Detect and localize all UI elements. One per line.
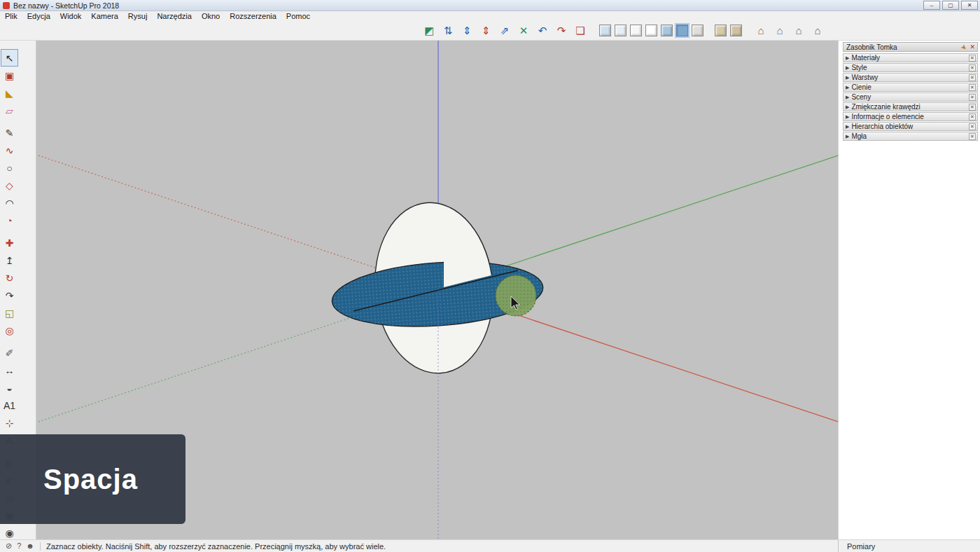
right-view-icon[interactable]: ⌂ bbox=[810, 23, 825, 39]
scale-tool[interactable]: ◱ bbox=[1, 304, 18, 322]
follow-me-tool[interactable]: ↷ bbox=[1, 287, 18, 304]
line-tool[interactable]: ✎ bbox=[1, 124, 18, 142]
rotate-tool[interactable]: ↻ bbox=[1, 269, 18, 287]
wireframe-style-icon[interactable] bbox=[630, 25, 642, 36]
top-view-icon[interactable]: ⌂ bbox=[772, 23, 788, 39]
section-close-button[interactable]: ✕ bbox=[969, 113, 976, 120]
arc-tool[interactable]: ◠ bbox=[1, 194, 18, 212]
dimension-tool[interactable]: ↔ bbox=[1, 361, 18, 379]
undo-icon[interactable]: ↶ bbox=[535, 23, 550, 39]
section-label: Style bbox=[851, 64, 969, 71]
tray-panel: Zasobnik Tomka ➤ ✕ ▶ Materiały ✕ ▶ Style… bbox=[838, 41, 980, 539]
maximize-button[interactable]: ▢ bbox=[942, 1, 959, 10]
paste-icon[interactable]: ❏ bbox=[573, 23, 588, 39]
distribute-vertical-icon[interactable]: ⇕ bbox=[459, 23, 475, 39]
tool-glyph: ◱ bbox=[5, 308, 14, 318]
tray-section-outliner[interactable]: ▶ Hierarchia obiektów ✕ bbox=[843, 122, 978, 131]
measurements-input[interactable] bbox=[875, 542, 952, 551]
chevron-right-icon: ▶ bbox=[846, 124, 849, 130]
tray-sections: ▶ Materiały ✕ ▶ Style ✕ ▶ Warstwy ✕ bbox=[843, 53, 978, 141]
section-close-button[interactable]: ✕ bbox=[969, 133, 976, 140]
make-component-tool[interactable]: ▣ bbox=[1, 67, 18, 84]
move-tool[interactable]: ✚ bbox=[1, 234, 18, 251]
section-label: Warstwy bbox=[851, 74, 969, 81]
hidden-line-style-icon[interactable] bbox=[645, 25, 657, 36]
menu-item[interactable]: Okno bbox=[197, 11, 225, 21]
chevron-right-icon: ▶ bbox=[846, 95, 849, 100]
tool-glyph: ↷ bbox=[6, 291, 14, 301]
redo-icon[interactable]: ↷ bbox=[554, 23, 569, 39]
section-close-button[interactable]: ✕ bbox=[969, 74, 976, 81]
tool-glyph: ↥ bbox=[6, 256, 14, 265]
paint-bucket-tool[interactable]: ◣ bbox=[1, 84, 18, 102]
iso-view-icon[interactable]: ⌂ bbox=[753, 23, 769, 39]
protractor-tool[interactable]: ◒ bbox=[1, 379, 18, 396]
window-title: Bez nazwy - SketchUp Pro 2018 bbox=[13, 1, 119, 10]
freehand-tool[interactable]: ∿ bbox=[1, 142, 18, 159]
shaded-textures-style-icon[interactable] bbox=[676, 25, 688, 36]
monochrome-style-icon[interactable] bbox=[692, 25, 704, 36]
chevron-right-icon: ▶ bbox=[846, 114, 849, 120]
chevron-right-icon: ▶ bbox=[846, 85, 849, 90]
minimize-button[interactable]: – bbox=[923, 1, 940, 10]
parallel-projection-icon[interactable] bbox=[730, 25, 742, 36]
back-edges-style-icon[interactable] bbox=[615, 25, 626, 36]
help-icon[interactable]: ? bbox=[17, 541, 21, 551]
menu-item[interactable]: Rozszerzenia bbox=[225, 11, 281, 21]
tray-section-scenes[interactable]: ▶ Sceny ✕ bbox=[843, 92, 978, 102]
tool-glyph: ◒ bbox=[6, 383, 12, 393]
menu-item[interactable]: Narzędzia bbox=[152, 11, 197, 21]
toolbar-glyph: ⇅ bbox=[444, 25, 453, 36]
tool-glyph: ◠ bbox=[5, 198, 13, 208]
pie-tool[interactable]: ◔ bbox=[1, 212, 18, 229]
tool-glyph: ○ bbox=[6, 163, 12, 173]
eraser-tool[interactable]: ▱ bbox=[1, 102, 18, 119]
section-close-button[interactable]: ✕ bbox=[969, 123, 976, 130]
item-11 bbox=[1, 229, 35, 234]
shaded-style-icon[interactable] bbox=[661, 25, 673, 36]
tape-measure-tool[interactable]: ✐ bbox=[1, 344, 18, 361]
axes-tool[interactable]: ⊹ bbox=[1, 414, 18, 432]
move-diagonal-icon[interactable]: ⇗ bbox=[497, 23, 512, 39]
stretch-vertical-icon[interactable]: ⇕ bbox=[478, 23, 493, 39]
flip-icon[interactable]: ◩ bbox=[421, 23, 437, 39]
chevron-right-icon: ▶ bbox=[846, 65, 849, 71]
tray-header[interactable]: Zasobnik Tomka ➤ ✕ bbox=[843, 42, 978, 52]
section-close-button[interactable]: ✕ bbox=[969, 64, 976, 71]
push-pull-tool[interactable]: ↥ bbox=[1, 251, 18, 269]
tray-close-icon[interactable]: ✕ bbox=[969, 43, 975, 50]
text-tool[interactable]: A1 bbox=[1, 396, 18, 414]
section-close-button[interactable]: ✕ bbox=[969, 55, 976, 62]
tray-section-entity-info[interactable]: ▶ Informacje o elemencie ✕ bbox=[843, 112, 978, 121]
select-tool[interactable]: ↖ bbox=[1, 49, 18, 67]
tray-section-soften-edges[interactable]: ▶ Zmiękczanie krawędzi ✕ bbox=[843, 102, 978, 111]
menu-item[interactable]: Edycja bbox=[22, 11, 55, 21]
menu-item[interactable]: Pomoc bbox=[281, 11, 315, 21]
xray-style-icon[interactable] bbox=[599, 25, 611, 36]
offset-tool[interactable]: ◎ bbox=[1, 322, 18, 339]
toolbar-group-projection bbox=[715, 25, 742, 36]
section-close-button[interactable]: ✕ bbox=[969, 94, 976, 101]
section-close-button[interactable]: ✕ bbox=[969, 104, 976, 111]
menu-item[interactable]: Plik bbox=[0, 11, 22, 21]
shortcut-overlay: Spacja bbox=[0, 434, 186, 524]
tray-section-materials[interactable]: ▶ Materiały ✕ bbox=[843, 53, 978, 62]
account-icon[interactable]: ☻ bbox=[26, 541, 34, 551]
geolocation-icon[interactable]: ⊘ bbox=[6, 541, 12, 551]
circle-tool[interactable]: ○ bbox=[1, 159, 18, 177]
tray-section-fog[interactable]: ▶ Mgła ✕ bbox=[843, 132, 978, 141]
menu-item[interactable]: Widok bbox=[55, 11, 87, 21]
polygon-tool[interactable]: ◇ bbox=[1, 177, 18, 194]
menu-item[interactable]: Rysuj bbox=[123, 11, 153, 21]
perspective-icon[interactable] bbox=[715, 25, 727, 36]
menu-item[interactable]: Kamera bbox=[86, 11, 123, 21]
front-view-icon[interactable]: ⌂ bbox=[791, 23, 806, 39]
close-button[interactable]: ✕ bbox=[961, 1, 978, 10]
tray-section-shadows[interactable]: ▶ Cienie ✕ bbox=[843, 83, 978, 92]
align-vertical-icon[interactable]: ⇅ bbox=[440, 23, 456, 39]
app-window: Bez nazwy - SketchUp Pro 2018 – ▢ ✕ Plik… bbox=[0, 0, 980, 552]
intersect-icon[interactable]: ✕ bbox=[516, 23, 531, 39]
tray-section-styles[interactable]: ▶ Style ✕ bbox=[843, 63, 978, 72]
section-close-button[interactable]: ✕ bbox=[969, 84, 976, 91]
tray-section-layers[interactable]: ▶ Warstwy ✕ bbox=[843, 73, 978, 82]
